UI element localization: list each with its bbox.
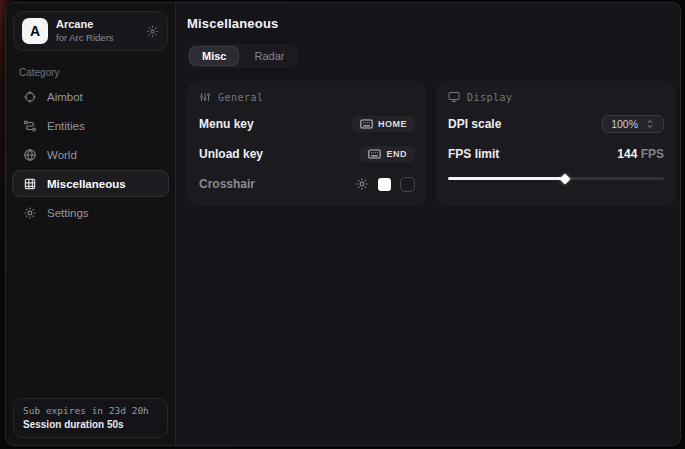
tab-bar: Misc Radar xyxy=(187,44,299,68)
general-card-title: General xyxy=(218,92,264,103)
crosshair-settings-gear-icon[interactable] xyxy=(355,177,369,191)
keyboard-icon xyxy=(360,119,373,129)
session-duration-text: Session duration 50s xyxy=(23,419,158,430)
sidebar-item-label: Settings xyxy=(47,207,89,219)
fps-limit-row: FPS limit 144 FPS xyxy=(448,145,664,163)
chevrons-up-down-icon xyxy=(645,119,655,129)
display-card: Display DPI scale 100% FPS limit 144 xyxy=(436,81,676,206)
crosshair-icon xyxy=(23,90,37,104)
fps-limit-value: 144 xyxy=(617,147,637,161)
menu-key-label: Menu key xyxy=(199,117,254,131)
display-card-title: Display xyxy=(467,92,513,103)
subscription-status-card: Sub expires in 23d 20h Session duration … xyxy=(13,398,168,438)
keyboard-icon xyxy=(368,149,381,159)
general-card-header: General xyxy=(199,91,415,103)
category-label: Category xyxy=(6,57,175,83)
tab-radar[interactable]: Radar xyxy=(241,46,297,66)
unload-key-label: Unload key xyxy=(199,147,263,161)
globe-icon xyxy=(23,148,37,162)
main-panel: Miscellaneous Misc Radar General Menu ke… xyxy=(176,3,681,445)
sidebar-item-miscellaneous[interactable]: Miscellaneous xyxy=(12,170,169,197)
crosshair-color-swatch[interactable] xyxy=(378,178,391,191)
unload-key-row: Unload key END xyxy=(199,145,415,163)
brand-subtitle: for Arc Riders xyxy=(56,32,114,44)
page-title: Miscellaneous xyxy=(187,16,676,31)
cards-row: General Menu key HOME Unload key xyxy=(187,81,676,206)
sidebar-item-aimbot[interactable]: Aimbot xyxy=(12,83,169,110)
slider-thumb[interactable] xyxy=(559,173,570,184)
sidebar-item-world[interactable]: World xyxy=(12,141,169,168)
waypoints-icon xyxy=(23,119,37,133)
sidebar-item-label: Miscellaneous xyxy=(47,178,126,190)
tab-misc[interactable]: Misc xyxy=(189,46,239,66)
menu-key-value: HOME xyxy=(378,119,407,129)
sidebar-spacer xyxy=(6,226,175,392)
fps-limit-slider[interactable] xyxy=(448,174,664,183)
unload-key-value: END xyxy=(386,149,407,159)
crosshair-row: Crosshair xyxy=(199,175,415,193)
gear-icon xyxy=(23,206,37,220)
crosshair-checkbox[interactable] xyxy=(400,177,415,192)
sidebar-item-entities[interactable]: Entities xyxy=(12,112,169,139)
menu-key-row: Menu key HOME xyxy=(199,115,415,133)
sidebar-nav: Aimbot Entities World Miscellaneous xyxy=(6,83,175,226)
grid-icon xyxy=(23,177,37,191)
menu-key-bind-button[interactable]: HOME xyxy=(352,116,415,132)
general-card: General Menu key HOME Unload key xyxy=(187,81,427,206)
brand-card: A Arcane for Arc Riders xyxy=(13,11,168,51)
sub-expiry-text: Sub expires in 23d 20h xyxy=(23,405,158,416)
brand-logo: A xyxy=(22,18,48,44)
crosshair-label: Crosshair xyxy=(199,177,255,191)
fps-limit-label: FPS limit xyxy=(448,147,499,161)
slider-fill xyxy=(448,177,565,180)
dpi-scale-select[interactable]: 100% xyxy=(602,115,664,133)
app-window: A Arcane for Arc Riders Category Aimbot xyxy=(5,2,681,446)
sidebar-item-settings[interactable]: Settings xyxy=(12,199,169,226)
dpi-scale-label: DPI scale xyxy=(448,117,501,131)
sidebar-item-label: Aimbot xyxy=(47,91,83,103)
dpi-scale-value: 100% xyxy=(611,118,638,130)
sidebar-item-label: World xyxy=(47,149,77,161)
brand-text: Arcane for Arc Riders xyxy=(56,18,114,44)
display-card-header: Display xyxy=(448,91,664,103)
fps-limit-value-group: 144 FPS xyxy=(617,147,664,161)
fps-limit-unit: FPS xyxy=(641,147,664,161)
sidebar-item-label: Entities xyxy=(47,120,85,132)
sliders-icon xyxy=(199,91,211,103)
monitor-icon xyxy=(448,91,460,103)
brand-title: Arcane xyxy=(56,18,114,32)
unload-key-bind-button[interactable]: END xyxy=(360,146,415,162)
brand-gear-icon[interactable] xyxy=(146,25,159,38)
sidebar: A Arcane for Arc Riders Category Aimbot xyxy=(6,3,176,445)
crosshair-controls xyxy=(355,177,415,192)
dpi-scale-row: DPI scale 100% xyxy=(448,115,664,133)
